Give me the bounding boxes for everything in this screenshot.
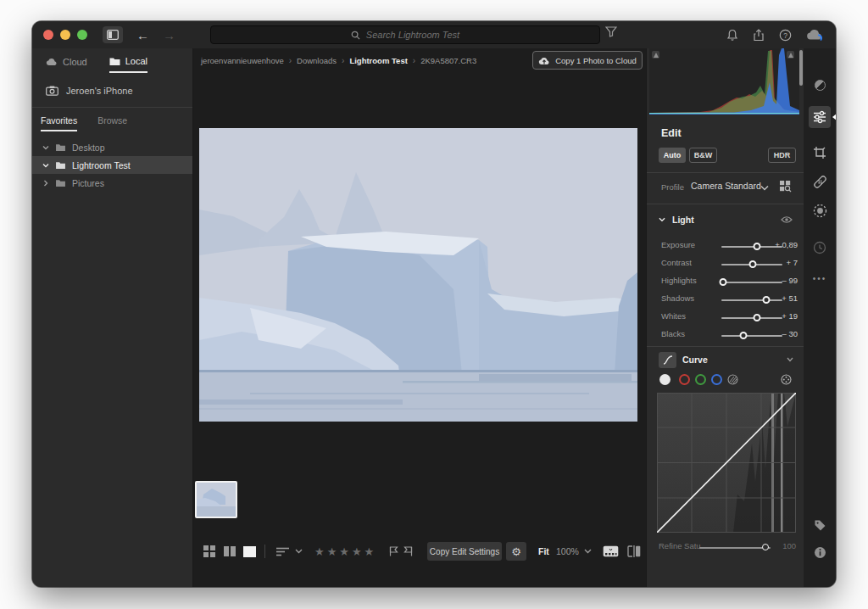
folder-desktop[interactable]: Desktop (32, 138, 192, 156)
curve-target-icon[interactable] (781, 374, 792, 385)
divider (647, 204, 804, 204)
profile-chevron-icon[interactable] (760, 185, 769, 191)
grid-view-icon[interactable] (203, 539, 215, 564)
tab-cloud[interactable]: Cloud (46, 56, 87, 73)
breadcrumb-item-file[interactable]: 2K9A5807.CR3 (420, 56, 476, 65)
curve-icon[interactable] (659, 352, 676, 368)
zoom-chevron-icon[interactable] (584, 539, 592, 564)
light-title: Light (672, 215, 694, 225)
share-icon[interactable] (753, 29, 765, 42)
eye-icon[interactable] (781, 215, 793, 224)
panel-scrollbar[interactable] (799, 50, 803, 86)
healing-tool-icon[interactable] (809, 170, 831, 193)
help-icon[interactable]: ? (779, 29, 792, 42)
zoom-value-text: 100% (556, 546, 579, 556)
tab-favorites[interactable]: Favorites (41, 115, 77, 131)
slider-contrast: Contrast + 7 (647, 254, 804, 270)
curve-chevron-icon[interactable] (787, 357, 793, 362)
camera-icon (46, 86, 58, 96)
light-section-header[interactable]: Light (659, 215, 694, 225)
slider-label: Contrast (661, 258, 692, 267)
zoom-level[interactable]: 100% (556, 539, 579, 564)
refine-slider-track[interactable] (699, 547, 771, 549)
slider-knob[interactable] (753, 243, 760, 250)
tab-local[interactable]: Local (109, 56, 147, 73)
compare-view-icon[interactable] (224, 539, 236, 564)
star-icons: ★★★★★ (314, 545, 376, 558)
active-tool-marker (832, 114, 836, 120)
edit-tool-icon[interactable] (809, 106, 831, 128)
masking-tool-icon[interactable] (809, 199, 831, 221)
histogram-chart (649, 48, 799, 115)
copy-edit-settings-button[interactable]: Copy Edit Settings (427, 542, 502, 561)
cloud-sync-icon[interactable] (806, 29, 824, 42)
more-options-icon[interactable]: ••• (809, 267, 831, 289)
fit-label[interactable]: Fit (538, 539, 549, 564)
curve-channel-blue[interactable] (711, 374, 722, 385)
settings-gear-button[interactable]: ⚙ (506, 542, 526, 561)
slider-shadows: Shadows + 51 (647, 290, 804, 305)
folder-tree: Desktop Lightroom Test Pictures (32, 138, 192, 192)
flag-reject-icon[interactable] (403, 539, 413, 564)
presets-icon[interactable] (809, 74, 831, 96)
notifications-bell-icon[interactable] (726, 29, 738, 42)
versions-clock-icon[interactable] (809, 237, 831, 259)
chevron-right-icon (42, 180, 49, 187)
curve-channel-green[interactable] (695, 374, 706, 385)
bw-label: B&W (694, 151, 713, 159)
flag-pick-icon[interactable] (389, 539, 398, 564)
curve-channel-all[interactable] (659, 374, 670, 385)
filmstrip-thumbnail[interactable] (195, 481, 237, 518)
traffic-lights (43, 30, 87, 40)
slider-knob[interactable] (720, 278, 727, 286)
before-after-icon[interactable] (627, 539, 641, 564)
info-icon[interactable] (809, 541, 831, 563)
search-input[interactable]: Search Lightroom Test (210, 25, 600, 44)
browse-profiles-icon[interactable] (779, 180, 792, 193)
sort-chevron-icon[interactable] (295, 539, 303, 564)
left-sidebar: Cloud Local Jeroen's iPhone Favorites Br… (32, 48, 193, 587)
breadcrumb-item[interactable]: jeroenvannieuwenhove (201, 56, 284, 65)
histogram[interactable] (649, 48, 799, 115)
photo-canvas[interactable] (199, 128, 637, 422)
close-window-button[interactable] (43, 30, 53, 40)
auto-button[interactable]: Auto (659, 148, 686, 163)
tab-favorites-label: Favorites (41, 115, 77, 126)
shadow-clipping-button[interactable] (652, 51, 659, 59)
hdr-button[interactable]: HDR (768, 148, 796, 163)
curve-channel-parametric[interactable] (727, 374, 738, 385)
tab-browse[interactable]: Browse (97, 115, 127, 131)
profile-value-dropdown[interactable]: Camera Standard (691, 181, 761, 191)
slider-value: + 51 (765, 293, 798, 303)
refine-slider-knob[interactable] (762, 544, 769, 550)
breadcrumb-item[interactable]: Downloads (297, 56, 337, 65)
zoom-window-button[interactable] (77, 30, 87, 40)
filter-icon[interactable] (605, 26, 617, 37)
sort-icon[interactable] (276, 539, 289, 564)
curve-channel-red[interactable] (679, 374, 690, 385)
minimize-window-button[interactable] (60, 30, 70, 40)
slider-value: – 30 (765, 329, 798, 338)
slider-knob[interactable] (749, 260, 757, 268)
crop-tool-icon[interactable] (809, 142, 831, 164)
bw-button[interactable]: B&W (689, 148, 717, 163)
folder-lightroom-test[interactable]: Lightroom Test (32, 156, 192, 174)
breadcrumb-separator: › (342, 56, 344, 65)
folder-pictures[interactable]: Pictures (32, 174, 192, 192)
tone-curve-graph[interactable] (657, 393, 796, 533)
filmstrip-toggle-icon[interactable] (603, 539, 619, 564)
device-item[interactable]: Jeroen's iPhone (46, 86, 192, 96)
keywords-tag-icon[interactable] (809, 514, 831, 536)
back-arrow-icon[interactable]: ← (136, 28, 149, 42)
highlight-clipping-button[interactable] (787, 51, 794, 59)
presets-glyph (815, 80, 826, 91)
detail-view-icon[interactable] (243, 539, 256, 564)
breadcrumb-item-current[interactable]: Lightroom Test (349, 56, 407, 65)
slider-value: – 99 (765, 276, 798, 285)
slider-knob[interactable] (739, 332, 747, 339)
star-rating[interactable]: ★★★★★ (314, 539, 376, 564)
slider-knob[interactable] (754, 314, 761, 321)
forward-arrow-icon[interactable]: → (163, 28, 175, 42)
copy-to-cloud-button[interactable]: Copy 1 Photo to Cloud (532, 51, 643, 70)
sidebar-toggle-icon[interactable] (103, 26, 123, 43)
